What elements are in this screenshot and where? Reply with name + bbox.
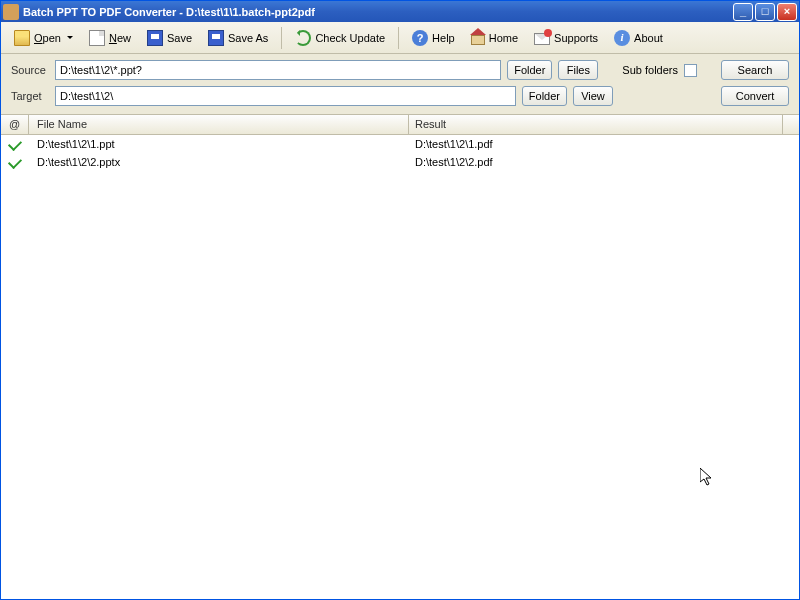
open-label: Open: [34, 32, 61, 44]
about-button[interactable]: i About: [607, 26, 670, 50]
col-scroll-spacer: [783, 115, 799, 134]
new-label: New: [109, 32, 131, 44]
folder-open-icon: [14, 30, 30, 46]
info-icon: i: [614, 30, 630, 46]
check-icon: [8, 155, 22, 169]
title-bar: Batch PPT TO PDF Converter - D:\test\1\1…: [1, 1, 799, 22]
new-file-icon: [89, 30, 105, 46]
target-label: Target: [11, 90, 49, 102]
save-label: Save: [167, 32, 192, 44]
results-table: @ File Name Result D:\test\1\2\1.pptD:\t…: [1, 115, 799, 599]
supports-button[interactable]: Supports: [527, 27, 605, 49]
new-button[interactable]: New: [82, 26, 138, 50]
result-cell: D:\test\1\2\1.pdf: [409, 138, 799, 150]
window-controls: _ □ ×: [733, 3, 797, 21]
status-cell: [1, 156, 29, 168]
status-cell: [1, 138, 29, 150]
check-update-button[interactable]: Check Update: [288, 26, 392, 50]
check-update-label: Check Update: [315, 32, 385, 44]
col-filename[interactable]: File Name: [29, 115, 409, 134]
source-label: Source: [11, 64, 49, 76]
save-as-label: Save As: [228, 32, 268, 44]
home-button[interactable]: Home: [464, 26, 525, 49]
subfolders-checkbox[interactable]: [684, 64, 697, 77]
window-title: Batch PPT TO PDF Converter - D:\test\1\1…: [23, 6, 315, 18]
mail-icon: [534, 33, 550, 45]
col-result[interactable]: Result: [409, 115, 783, 134]
table-row[interactable]: D:\test\1\2\2.pptxD:\test\1\2\2.pdf: [1, 153, 799, 171]
app-icon: [3, 4, 19, 20]
table-body[interactable]: D:\test\1\2\1.pptD:\test\1\2\1.pdfD:\tes…: [1, 135, 799, 599]
check-icon: [8, 137, 22, 151]
source-row: Source Folder Files Sub folders Search: [11, 60, 789, 80]
app-window: Batch PPT TO PDF Converter - D:\test\1\1…: [0, 0, 800, 600]
target-view-button[interactable]: View: [573, 86, 613, 106]
col-status[interactable]: @: [1, 115, 29, 134]
help-label: Help: [432, 32, 455, 44]
target-folder-button[interactable]: Folder: [522, 86, 567, 106]
settings-panel: Source Folder Files Sub folders Search T…: [1, 54, 799, 115]
toolbar-separator: [281, 27, 282, 49]
search-button[interactable]: Search: [721, 60, 789, 80]
source-files-button[interactable]: Files: [558, 60, 598, 80]
save-button[interactable]: Save: [140, 26, 199, 50]
minimize-button[interactable]: _: [733, 3, 753, 21]
convert-button[interactable]: Convert: [721, 86, 789, 106]
target-row: Target Folder View Convert: [11, 86, 789, 106]
supports-label: Supports: [554, 32, 598, 44]
help-button[interactable]: ? Help: [405, 26, 462, 50]
help-icon: ?: [412, 30, 428, 46]
toolbar-separator: [398, 27, 399, 49]
save-as-icon: [208, 30, 224, 46]
filename-cell: D:\test\1\2\1.ppt: [29, 138, 409, 150]
table-header: @ File Name Result: [1, 115, 799, 135]
about-label: About: [634, 32, 663, 44]
home-icon: [471, 35, 485, 45]
dropdown-arrow-icon: [67, 36, 73, 42]
source-folder-button[interactable]: Folder: [507, 60, 552, 80]
filename-cell: D:\test\1\2\2.pptx: [29, 156, 409, 168]
table-row[interactable]: D:\test\1\2\1.pptD:\test\1\2\1.pdf: [1, 135, 799, 153]
target-input[interactable]: [55, 86, 516, 106]
home-label: Home: [489, 32, 518, 44]
refresh-icon: [295, 30, 311, 46]
save-icon: [147, 30, 163, 46]
source-input[interactable]: [55, 60, 501, 80]
result-cell: D:\test\1\2\2.pdf: [409, 156, 799, 168]
maximize-button[interactable]: □: [755, 3, 775, 21]
toolbar: Open New Save Save As Check Update ? Hel…: [1, 22, 799, 54]
close-button[interactable]: ×: [777, 3, 797, 21]
open-button[interactable]: Open: [7, 26, 80, 50]
save-as-button[interactable]: Save As: [201, 26, 275, 50]
subfolders-label: Sub folders: [622, 64, 678, 76]
